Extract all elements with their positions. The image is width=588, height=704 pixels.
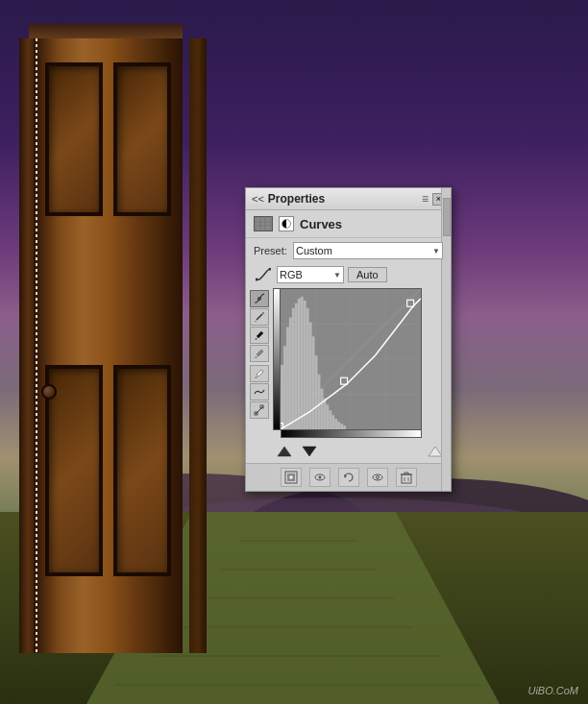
channel-row: RGB Red Green Blue ▼ Auto [246, 263, 451, 286]
delete-button[interactable] [396, 468, 417, 487]
eyedropper-black-tool[interactable] [250, 327, 269, 344]
graph-with-gradient [273, 288, 422, 430]
svg-rect-48 [315, 355, 318, 429]
door-panel-br [113, 365, 171, 576]
graph-section [273, 288, 422, 438]
preset-label: Preset: [254, 245, 287, 256]
watermark: UiBO.CoM [527, 685, 578, 696]
input-black-icon[interactable] [275, 443, 294, 460]
svg-rect-53 [329, 410, 331, 429]
eyedropper-gray-tool[interactable] [250, 345, 269, 362]
svg-rect-37 [283, 346, 286, 429]
panel-titlebar: << Properties ≡ × [246, 188, 451, 210]
svg-marker-20 [255, 321, 257, 322]
svg-rect-43 [301, 297, 304, 429]
edit-points-tool[interactable] [250, 401, 269, 419]
reset-button[interactable] [338, 468, 359, 487]
svg-rect-52 [326, 404, 329, 429]
svg-rect-41 [295, 303, 298, 429]
panel-scrollbar[interactable] [441, 188, 451, 491]
svg-point-70 [318, 476, 321, 479]
svg-marker-71 [344, 474, 347, 478]
visibility-button[interactable] [309, 468, 331, 487]
footer-toolbar [246, 463, 451, 491]
spacer [273, 430, 281, 438]
svg-rect-42 [298, 299, 301, 429]
svg-rect-54 [331, 415, 334, 429]
svg-rect-44 [304, 301, 306, 429]
svg-marker-64 [429, 447, 442, 456]
black-point-control[interactable] [302, 445, 317, 458]
pencil-tool[interactable] [250, 308, 269, 326]
preset-select[interactable]: Custom Default Strong Contrast Linear Co… [293, 242, 443, 259]
channel-select[interactable]: RGB Red Green Blue [277, 266, 344, 283]
svg-marker-21 [262, 312, 264, 314]
svg-rect-56 [337, 422, 340, 429]
preset-row: Preset: Custom Default Strong Contrast L… [246, 238, 451, 263]
adj-layer-icon [279, 216, 294, 231]
door-panel-tl [45, 62, 103, 216]
svg-rect-38 [286, 327, 289, 429]
preset-select-container: Custom Default Strong Contrast Linear Co… [293, 242, 443, 259]
svg-rect-74 [402, 474, 411, 483]
panel-header: Curves [246, 210, 451, 238]
curves-main-area [246, 286, 451, 440]
door-panel-tr [113, 62, 171, 216]
svg-point-73 [376, 476, 379, 479]
panel-title-left: << Properties [252, 192, 325, 206]
panel-menu-icon[interactable]: ≡ [422, 192, 429, 206]
view-toggle-button[interactable] [367, 468, 388, 487]
door-frame [19, 24, 207, 658]
svg-line-24 [256, 376, 257, 378]
svg-rect-40 [292, 308, 295, 429]
svg-rect-49 [317, 375, 320, 429]
bottom-gradient-row [273, 430, 422, 438]
smooth-tool[interactable] [250, 383, 269, 401]
svg-rect-11 [257, 218, 270, 230]
selection-dots [36, 38, 37, 653]
curves-graph[interactable] [280, 288, 422, 430]
bottom-gradient-bar [281, 430, 422, 438]
door-knob [41, 384, 57, 400]
svg-line-23 [256, 356, 257, 358]
scrollbar-thumb[interactable] [443, 198, 451, 236]
curves-toolbar [250, 288, 271, 438]
curve-tool-icon [254, 266, 273, 283]
svg-rect-47 [312, 336, 315, 429]
curves-grid-icon [254, 216, 273, 231]
door-frame-right [189, 38, 207, 653]
svg-marker-63 [303, 447, 316, 456]
door-panel [34, 38, 183, 653]
svg-rect-51 [323, 398, 326, 429]
add-mask-button[interactable] [281, 468, 302, 487]
svg-point-72 [373, 474, 382, 480]
bottom-icons-row [246, 440, 451, 463]
eyedropper-white-tool[interactable] [250, 365, 269, 382]
svg-marker-62 [278, 447, 291, 456]
svg-rect-58 [343, 425, 346, 429]
svg-rect-39 [289, 318, 292, 429]
svg-rect-50 [320, 389, 323, 429]
channel-select-container: RGB Red Green Blue ▼ [277, 266, 344, 283]
auto-button[interactable]: Auto [348, 267, 387, 282]
svg-line-25 [256, 406, 263, 414]
svg-line-19 [257, 314, 262, 320]
panel-collapse-button[interactable]: << [252, 193, 264, 205]
svg-rect-36 [281, 365, 283, 429]
svg-rect-46 [309, 323, 312, 429]
section-title: Curves [300, 217, 342, 231]
svg-rect-45 [306, 308, 309, 429]
svg-point-16 [256, 279, 258, 281]
svg-rect-55 [334, 419, 337, 429]
properties-panel: << Properties ≡ × Curves Preset: [245, 187, 452, 492]
panel-title: Properties [268, 192, 325, 206]
curve-point-tool[interactable] [250, 290, 269, 307]
svg-rect-57 [340, 424, 343, 429]
svg-line-22 [256, 338, 257, 340]
